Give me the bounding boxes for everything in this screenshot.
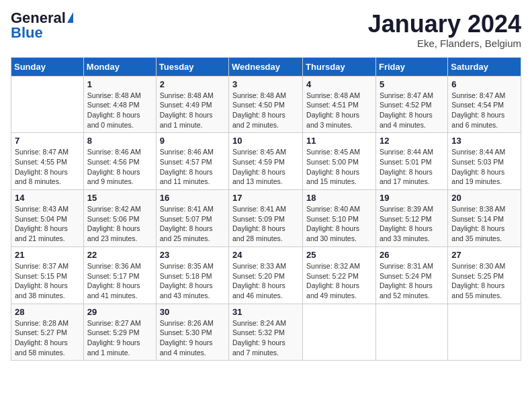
calendar-cell: 19Sunrise: 8:39 AM Sunset: 5:12 PM Dayli…: [375, 190, 447, 247]
day-number: 21: [15, 250, 80, 260]
calendar-cell: 30Sunrise: 8:26 AM Sunset: 5:30 PM Dayli…: [156, 304, 228, 361]
page-header: General Blue January 2024 Eke, Flanders,…: [11, 11, 521, 49]
day-number: 25: [306, 250, 372, 260]
calendar-cell: 21Sunrise: 8:37 AM Sunset: 5:15 PM Dayli…: [11, 246, 84, 304]
day-info: Sunrise: 8:45 AM Sunset: 4:59 PM Dayligh…: [232, 147, 299, 187]
day-info: Sunrise: 8:41 AM Sunset: 5:09 PM Dayligh…: [232, 204, 299, 244]
day-info: Sunrise: 8:46 AM Sunset: 4:56 PM Dayligh…: [87, 147, 152, 187]
day-number: 28: [15, 307, 80, 317]
title-area: January 2024 Eke, Flanders, Belgium: [368, 11, 521, 49]
day-info: Sunrise: 8:27 AM Sunset: 5:29 PM Dayligh…: [87, 318, 152, 358]
day-number: 6: [451, 79, 517, 89]
calendar-cell: 10Sunrise: 8:45 AM Sunset: 4:59 PM Dayli…: [229, 133, 303, 190]
calendar-cell: 22Sunrise: 8:36 AM Sunset: 5:17 PM Dayli…: [83, 246, 156, 304]
calendar-cell: [11, 76, 84, 133]
day-info: Sunrise: 8:37 AM Sunset: 5:15 PM Dayligh…: [15, 261, 80, 301]
day-number: 18: [306, 193, 372, 203]
day-number: 9: [160, 136, 225, 146]
logo-general-text: General: [11, 11, 66, 26]
day-number: 29: [87, 307, 152, 317]
weekday-header-wednesday: Wednesday: [229, 57, 303, 76]
day-number: 10: [232, 136, 299, 146]
day-number: 4: [306, 79, 372, 89]
day-number: 19: [380, 193, 444, 203]
day-info: Sunrise: 8:31 AM Sunset: 5:24 PM Dayligh…: [380, 261, 444, 301]
day-number: 11: [306, 136, 372, 146]
day-info: Sunrise: 8:40 AM Sunset: 5:10 PM Dayligh…: [306, 204, 372, 244]
day-number: 8: [87, 136, 152, 146]
calendar-cell: 7Sunrise: 8:47 AM Sunset: 4:55 PM Daylig…: [11, 133, 84, 190]
day-info: Sunrise: 8:44 AM Sunset: 5:03 PM Dayligh…: [451, 147, 517, 187]
day-info: Sunrise: 8:39 AM Sunset: 5:12 PM Dayligh…: [380, 204, 444, 244]
day-info: Sunrise: 8:44 AM Sunset: 5:01 PM Dayligh…: [380, 147, 444, 187]
day-info: Sunrise: 8:41 AM Sunset: 5:07 PM Dayligh…: [160, 204, 225, 244]
day-info: Sunrise: 8:48 AM Sunset: 4:51 PM Dayligh…: [306, 91, 372, 130]
calendar-cell: 29Sunrise: 8:27 AM Sunset: 5:29 PM Dayli…: [83, 304, 156, 361]
weekday-header-tuesday: Tuesday: [156, 57, 228, 76]
calendar-cell: 25Sunrise: 8:32 AM Sunset: 5:22 PM Dayli…: [303, 246, 376, 304]
day-number: 14: [15, 193, 80, 203]
day-info: Sunrise: 8:35 AM Sunset: 5:18 PM Dayligh…: [160, 261, 225, 301]
calendar-cell: 4Sunrise: 8:48 AM Sunset: 4:51 PM Daylig…: [303, 76, 376, 133]
day-number: 3: [232, 79, 299, 89]
calendar-cell: 26Sunrise: 8:31 AM Sunset: 5:24 PM Dayli…: [375, 246, 447, 304]
calendar-cell: 23Sunrise: 8:35 AM Sunset: 5:18 PM Dayli…: [156, 246, 228, 304]
day-number: 15: [87, 193, 152, 203]
day-number: 17: [232, 193, 299, 203]
day-number: 1: [87, 79, 152, 89]
day-info: Sunrise: 8:42 AM Sunset: 5:06 PM Dayligh…: [87, 204, 152, 244]
day-number: 16: [160, 193, 225, 203]
day-info: Sunrise: 8:47 AM Sunset: 4:54 PM Dayligh…: [451, 91, 517, 130]
calendar-cell: 13Sunrise: 8:44 AM Sunset: 5:03 PM Dayli…: [448, 133, 521, 190]
calendar-cell: 31Sunrise: 8:24 AM Sunset: 5:32 PM Dayli…: [229, 304, 303, 361]
calendar-cell: 17Sunrise: 8:41 AM Sunset: 5:09 PM Dayli…: [229, 190, 303, 247]
day-info: Sunrise: 8:38 AM Sunset: 5:14 PM Dayligh…: [451, 204, 517, 244]
calendar-cell: [303, 304, 376, 361]
day-number: 5: [380, 79, 444, 89]
day-number: 23: [160, 250, 225, 260]
day-info: Sunrise: 8:45 AM Sunset: 5:00 PM Dayligh…: [306, 147, 372, 187]
calendar-table: SundayMondayTuesdayWednesdayThursdayFrid…: [11, 57, 521, 361]
day-number: 27: [451, 250, 517, 260]
calendar-cell: 12Sunrise: 8:44 AM Sunset: 5:01 PM Dayli…: [375, 133, 447, 190]
calendar-cell: 5Sunrise: 8:47 AM Sunset: 4:52 PM Daylig…: [375, 76, 447, 133]
calendar-cell: 11Sunrise: 8:45 AM Sunset: 5:00 PM Dayli…: [303, 133, 376, 190]
calendar-week-row: 21Sunrise: 8:37 AM Sunset: 5:15 PM Dayli…: [11, 246, 521, 304]
logo-blue-text: Blue: [11, 24, 43, 41]
calendar-cell: 16Sunrise: 8:41 AM Sunset: 5:07 PM Dayli…: [156, 190, 228, 247]
calendar-week-row: 28Sunrise: 8:28 AM Sunset: 5:27 PM Dayli…: [11, 304, 521, 361]
month-title: January 2024: [368, 11, 521, 38]
day-info: Sunrise: 8:30 AM Sunset: 5:25 PM Dayligh…: [451, 261, 517, 301]
day-number: 20: [451, 193, 517, 203]
logo-triangle-icon: [67, 12, 73, 23]
day-number: 2: [160, 79, 225, 89]
weekday-header-friday: Friday: [375, 57, 447, 76]
weekday-header-sunday: Sunday: [11, 57, 84, 76]
calendar-cell: 27Sunrise: 8:30 AM Sunset: 5:25 PM Dayli…: [448, 246, 521, 304]
calendar-cell: [448, 304, 521, 361]
day-number: 31: [232, 307, 299, 317]
calendar-cell: [375, 304, 447, 361]
day-info: Sunrise: 8:32 AM Sunset: 5:22 PM Dayligh…: [306, 261, 372, 301]
calendar-cell: 24Sunrise: 8:33 AM Sunset: 5:20 PM Dayli…: [229, 246, 303, 304]
day-number: 12: [380, 136, 444, 146]
day-number: 30: [160, 307, 225, 317]
calendar-cell: 2Sunrise: 8:48 AM Sunset: 4:49 PM Daylig…: [156, 76, 228, 133]
logo: General Blue: [11, 11, 73, 40]
day-info: Sunrise: 8:28 AM Sunset: 5:27 PM Dayligh…: [15, 318, 80, 358]
day-info: Sunrise: 8:36 AM Sunset: 5:17 PM Dayligh…: [87, 261, 152, 301]
calendar-cell: 9Sunrise: 8:46 AM Sunset: 4:57 PM Daylig…: [156, 133, 228, 190]
day-info: Sunrise: 8:26 AM Sunset: 5:30 PM Dayligh…: [160, 318, 225, 358]
calendar-cell: 15Sunrise: 8:42 AM Sunset: 5:06 PM Dayli…: [83, 190, 156, 247]
day-info: Sunrise: 8:43 AM Sunset: 5:04 PM Dayligh…: [15, 204, 80, 244]
weekday-header-thursday: Thursday: [303, 57, 376, 76]
calendar-cell: 8Sunrise: 8:46 AM Sunset: 4:56 PM Daylig…: [83, 133, 156, 190]
weekday-header-monday: Monday: [83, 57, 156, 76]
day-info: Sunrise: 8:48 AM Sunset: 4:49 PM Dayligh…: [160, 91, 225, 130]
calendar-week-row: 14Sunrise: 8:43 AM Sunset: 5:04 PM Dayli…: [11, 190, 521, 247]
calendar-cell: 18Sunrise: 8:40 AM Sunset: 5:10 PM Dayli…: [303, 190, 376, 247]
day-info: Sunrise: 8:47 AM Sunset: 4:55 PM Dayligh…: [15, 147, 80, 187]
day-number: 24: [232, 250, 299, 260]
calendar-cell: 6Sunrise: 8:47 AM Sunset: 4:54 PM Daylig…: [448, 76, 521, 133]
calendar-cell: 3Sunrise: 8:48 AM Sunset: 4:50 PM Daylig…: [229, 76, 303, 133]
